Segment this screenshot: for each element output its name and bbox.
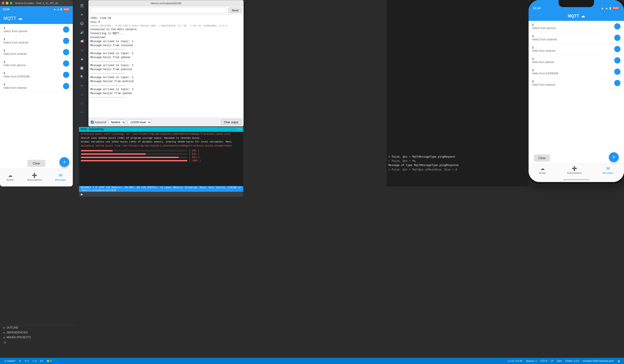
volume-icon[interactable]: 🔊 [78, 28, 86, 36]
progress-61: [ 61% ] [189, 153, 199, 155]
android-fab[interactable]: + [59, 157, 69, 167]
ios-add-icon: ➕ [572, 166, 577, 171]
ios-signal-icon: ▲ [605, 6, 608, 10]
ios-nav-messages-label: Messages [602, 172, 614, 174]
ios-msg-num: 1 [532, 80, 555, 83]
camera-icon[interactable]: ⬤ [78, 64, 86, 72]
minimize-dot[interactable] [6, 2, 8, 4]
spaces: Spaces: 2 [526, 360, 537, 362]
list-item[interactable]: 1 hello from iphone [0, 58, 73, 69]
list-item[interactable]: 1 hello from retainer [0, 80, 73, 92]
square-icon[interactable]: □ [78, 100, 86, 107]
diamond-icon[interactable]: ◆ [78, 55, 86, 63]
ios-messages-list: 1 hello2 from iphone 1 hello2 from andro… [529, 21, 624, 164]
serial-monitor-titlebar: /dev/cu.wchusbserial1430 [89, 0, 243, 6]
android-icon: 🤖 [617, 360, 621, 363]
ios-nav-messages[interactable]: ✉ Messages [602, 166, 614, 174]
list-item[interactable]: 1 hello from android [0, 47, 73, 58]
outline-label: OUTLINE [7, 326, 18, 329]
serial-monitor: /dev/cu.wchusbserial1430 Send 1384, room… [88, 0, 244, 127]
ln-col: Ln 22, Col 26 [508, 360, 522, 362]
android-badge: DUIO [63, 8, 70, 11]
serial-output-line: Message:hello2 from iphone [90, 91, 242, 95]
megaphone-icon[interactable]: 📢 [78, 37, 86, 45]
sync-icon: ⟳ [19, 360, 21, 363]
ios-list-item[interactable]: 1 hello from retainer [529, 78, 624, 89]
android-app-title: MQTT [3, 16, 16, 21]
progress-100: [ 100% ] [189, 159, 201, 162]
ios-list-item[interactable]: 1 hello from android [529, 44, 624, 55]
list-item[interactable]: 1 Hello from ESP8266 [0, 69, 73, 80]
progress-bars: [ 30% ] [ 61% ] [ 92% ] [ 100% ] [79, 148, 243, 163]
ios-nav-subscriptions[interactable]: ➕ Subscriptions [567, 166, 582, 174]
arduino-prompt-icon: ▶ [81, 192, 83, 196]
msg-num: 1 [3, 60, 26, 63]
msg-text: hello from android [3, 52, 27, 55]
compile-line: Archiving built core (caching) in: /var/… [81, 132, 241, 136]
power-icon[interactable]: ⏻ [78, 20, 86, 27]
board-info-bar: N6deMCU 1.0 (ESP-12E Module), 80 MHz, 4M… [79, 186, 243, 192]
more-dots-icon[interactable]: ⋯ [78, 108, 86, 116]
serial-output-line: Message:hello2 from android [90, 79, 242, 83]
ios-avatar [614, 57, 621, 63]
circle-icon[interactable]: ○ [78, 91, 86, 99]
error-count: ✕ 0 [25, 360, 29, 363]
dependencies-item[interactable]: ▶ DEPENDENCIES [0, 330, 76, 335]
autoscroll-checkbox[interactable] [91, 121, 94, 124]
tag-icon[interactable]: ◇ [78, 46, 86, 54]
ios-list-item[interactable]: 1 Hello from ESP8266 [529, 66, 624, 78]
battery-icon: ▮ [60, 8, 62, 11]
serial-monitor-input[interactable] [90, 7, 227, 13]
search-icon[interactable]: 🔍 [78, 73, 86, 81]
clear-output-button[interactable]: Clear output [221, 120, 241, 125]
ios-clear-button[interactable]: Clear [534, 155, 550, 162]
maven-projects-item[interactable]: ▶ MAVEN PROJECTS [0, 335, 76, 340]
android-status-icons: ▲ ▲ ▮ DUIO [53, 8, 70, 11]
ios-list-item[interactable]: 1 hello2 from iphone [529, 21, 624, 32]
ios-nav-broker[interactable]: ☁ Broker [539, 166, 546, 174]
avatar [63, 83, 69, 89]
arduino-cmd-bar: ▶ [79, 192, 243, 197]
serial-output-line: 1384, room 16 [90, 16, 242, 20]
ios-list-item[interactable]: 1 hello from iphone [529, 55, 624, 66]
cloud-icon: ☁ [8, 173, 12, 178]
undo-icon[interactable]: ↩ [78, 82, 86, 90]
msg-num: 1 [3, 26, 27, 29]
android-bottom-bar: ☁ Broker ➕ Subscriptions ✉ Messages [0, 169, 73, 186]
serial-output-line: ---------------------- [90, 59, 242, 63]
baud-select[interactable]: 115200 baud [128, 120, 151, 125]
ide-log-panel: = false, Qos = MqttMessageType.pingReque… [387, 0, 529, 186]
newline-select[interactable]: Newline [108, 120, 126, 125]
close-icon[interactable]: ✕ [78, 11, 86, 19]
maximize-dot[interactable] [10, 2, 12, 4]
dependencies-label: DEPENDENCIES [7, 331, 28, 334]
close-dot[interactable] [2, 2, 4, 4]
serial-monitor-output: 1384, room 16 tail 8 chksum {$d⌋$|$$| $ … [89, 14, 243, 118]
ios-fab[interactable]: + [609, 152, 619, 162]
ios-msg-num: 1 [532, 57, 554, 60]
serial-output-line: Message arrived in topic: 1 [90, 87, 242, 91]
serial-output-line: Connected [90, 35, 242, 40]
ios-msg-num: 1 [532, 68, 558, 72]
gear-icon[interactable]: ⚙ [3, 341, 6, 344]
hamburger-icon[interactable]: ☰ [78, 2, 86, 10]
android-nav-messages[interactable]: ✉ Messages [55, 173, 66, 181]
serial-output-line: Connected to the WiFi network [90, 27, 242, 31]
serial-output-line: ---------------------- [90, 72, 242, 76]
msg-text: Hello from ESP8266 [3, 75, 30, 78]
maven-triangle-icon: ▶ [3, 336, 5, 339]
android-screen: 11:24 ▲ ▲ ▮ DUIO MQTT ☁ 1 hello2 from ip… [0, 6, 73, 186]
serial-send-button[interactable]: Send [228, 7, 242, 13]
outline-item[interactable]: ▶ OUTLINE [0, 325, 76, 330]
list-item[interactable]: 1 hello2 from android [0, 35, 73, 47]
maven-projects-label: MAVEN PROJECTS [7, 336, 31, 339]
serial-output-line: tail 8 [90, 20, 242, 24]
android-nav-broker[interactable]: ☁ Broker [7, 173, 14, 181]
ios-battery-icon: ▮ [609, 6, 611, 10]
ios-avatar [614, 46, 621, 52]
android-nav-subscriptions[interactable]: ➕ Subscriptions [27, 173, 42, 181]
msg-num: 1 [3, 83, 27, 86]
list-item[interactable]: 1 hello2 from iphone [0, 24, 73, 35]
ios-list-item[interactable]: 1 hello2 from android [529, 32, 624, 44]
android-clear-button[interactable]: Clear [27, 160, 45, 167]
